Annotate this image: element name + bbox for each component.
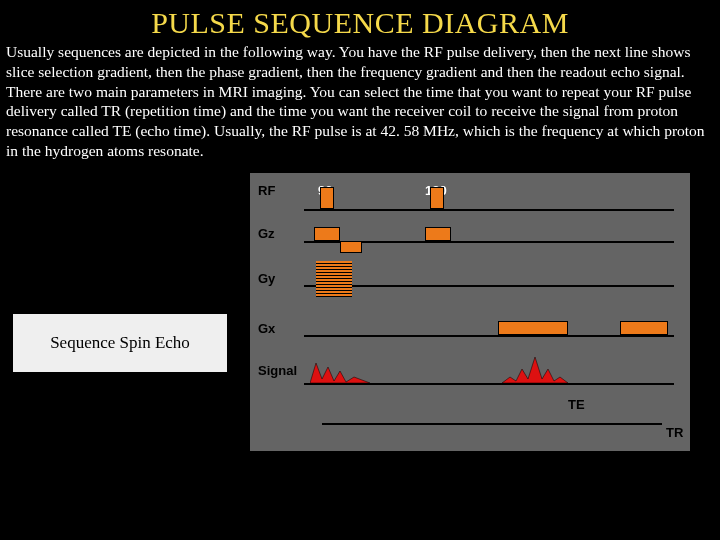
gz-pulse-1 <box>314 227 340 241</box>
gx-readout-2 <box>620 321 668 335</box>
row-label-signal: Signal <box>258 363 297 378</box>
rf-baseline <box>304 209 674 211</box>
gx-readout-1 <box>498 321 568 335</box>
signal-echo <box>502 355 568 385</box>
rf-pulse-180 <box>430 187 444 209</box>
sequence-caption-label: Sequence Spin Echo <box>50 333 190 353</box>
pulse-sequence-diagram: RF 90 180 Gz Gy Gx Signal <box>250 173 690 451</box>
row-label-gx: Gx <box>258 321 275 336</box>
gz-pulse-1-neg <box>340 241 362 253</box>
row-label-gy: Gy <box>258 271 275 286</box>
tr-line <box>322 423 662 425</box>
gy-baseline <box>304 285 674 287</box>
row-label-gz: Gz <box>258 226 275 241</box>
te-label: TE <box>568 397 585 412</box>
rf-pulse-90 <box>320 187 334 209</box>
page-title: PULSE SEQUENCE DIAGRAM <box>0 0 720 42</box>
gx-baseline <box>304 335 674 337</box>
tr-label: TR <box>666 425 683 440</box>
svg-marker-1 <box>502 357 568 383</box>
sequence-caption: Sequence Spin Echo <box>12 313 228 373</box>
signal-fid <box>310 359 370 385</box>
svg-marker-0 <box>310 363 370 383</box>
gz-pulse-2 <box>425 227 451 241</box>
description-text: Usually sequences are depicted in the fo… <box>0 42 720 165</box>
gy-phase-encode <box>316 261 352 297</box>
row-label-rf: RF <box>258 183 275 198</box>
